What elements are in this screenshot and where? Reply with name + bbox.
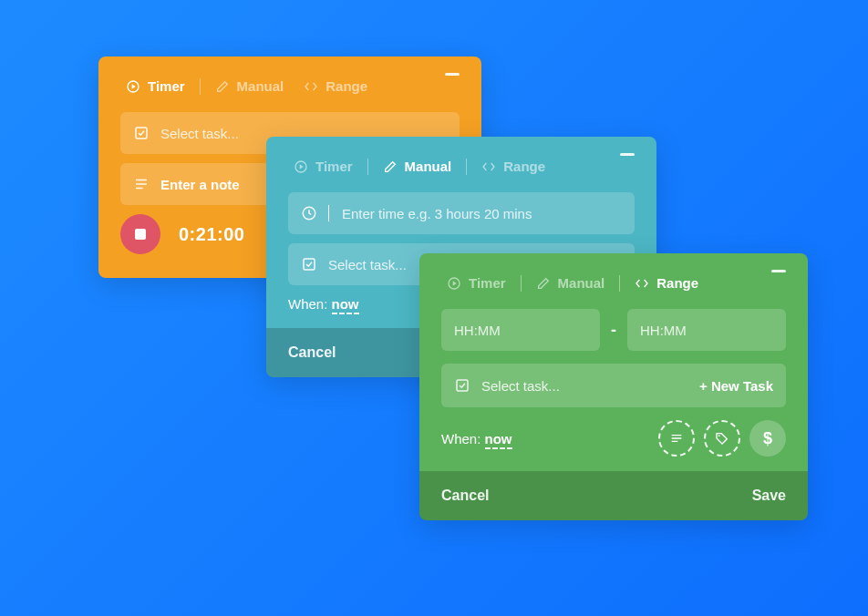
svg-rect-1 (136, 128, 147, 139)
svg-rect-4 (304, 259, 315, 270)
tab-separator (466, 159, 467, 175)
checklist-icon (301, 256, 317, 272)
action-icons: $ (658, 420, 786, 457)
range-dash: - (611, 321, 616, 340)
edit-icon (536, 276, 551, 291)
dollar-icon: $ (763, 429, 772, 448)
range-icon (481, 159, 496, 174)
checklist-icon (133, 125, 150, 141)
note-placeholder: Enter a note (160, 177, 240, 192)
play-circle-icon (126, 79, 140, 94)
tab-separator (200, 78, 201, 95)
save-button[interactable]: Save (752, 488, 786, 504)
when-value[interactable]: now (485, 431, 512, 449)
tab-manual[interactable]: Manual (377, 157, 458, 176)
tab-manual[interactable]: Manual (210, 77, 290, 96)
bottom-row: When: now $ (441, 420, 786, 457)
svg-rect-6 (457, 380, 468, 391)
tab-separator (367, 159, 368, 175)
tabs-row: Timer Manual Range (288, 157, 635, 176)
tag-icon (715, 431, 729, 446)
from-time-field[interactable]: HH:MM (441, 309, 600, 351)
tab-manual-label: Manual (237, 78, 284, 94)
tab-timer[interactable]: Timer (120, 77, 191, 96)
from-time-placeholder: HH:MM (454, 323, 501, 338)
tab-range-label: Range (503, 159, 545, 174)
elapsed-time: 0:21:00 (179, 224, 244, 245)
select-task-field[interactable]: Select task... + New Task (441, 364, 786, 407)
cancel-button[interactable]: Cancel (288, 344, 336, 361)
footer-bar: Cancel Save (419, 471, 808, 520)
tab-timer[interactable]: Timer (288, 157, 358, 176)
time-input-placeholder: Enter time e.g. 3 hours 20 mins (342, 206, 532, 221)
text-cursor (328, 205, 329, 221)
new-task-button[interactable]: + New Task (699, 378, 773, 394)
cancel-button[interactable]: Cancel (441, 488, 489, 504)
to-time-field[interactable]: HH:MM (627, 309, 786, 351)
tab-range[interactable]: Range (298, 77, 373, 96)
stop-button[interactable] (120, 214, 160, 254)
tab-range[interactable]: Range (476, 157, 551, 176)
checklist-icon (454, 377, 470, 394)
minimize-button[interactable] (445, 73, 460, 76)
range-icon (304, 79, 318, 94)
play-circle-icon (447, 276, 461, 291)
range-card: Timer Manual Range HH:MM - HH:MM Select … (419, 253, 808, 520)
tabs-row: Timer Manual Range (441, 273, 786, 293)
tab-timer-label: Timer (148, 78, 185, 94)
svg-point-7 (718, 435, 720, 436)
tabs-row: Timer Manual Range (120, 77, 460, 96)
tab-range-label: Range (656, 275, 698, 291)
time-input-field[interactable]: Enter time e.g. 3 hours 20 mins (288, 192, 635, 234)
select-task-placeholder: Select task... (160, 126, 239, 141)
play-circle-icon (294, 159, 308, 174)
when-label: When: (441, 431, 480, 447)
tab-separator (521, 275, 522, 292)
edit-icon (383, 159, 398, 174)
when-label: When: (288, 296, 327, 312)
tab-range[interactable]: Range (629, 273, 704, 293)
stop-icon (135, 229, 146, 240)
tab-manual[interactable]: Manual (531, 273, 611, 293)
note-lines-icon (133, 176, 150, 192)
tab-manual-label: Manual (558, 275, 605, 291)
tab-separator (619, 275, 620, 292)
when-row: When: now (441, 431, 512, 447)
tag-button[interactable] (704, 420, 740, 457)
tab-manual-label: Manual (405, 159, 452, 174)
billable-button[interactable]: $ (749, 420, 786, 457)
to-time-placeholder: HH:MM (640, 323, 687, 338)
when-value[interactable]: now (332, 296, 359, 314)
note-button[interactable] (658, 420, 695, 457)
range-icon (635, 276, 649, 291)
select-task-placeholder: Select task... (328, 257, 407, 272)
tab-timer[interactable]: Timer (441, 273, 512, 293)
edit-icon (215, 79, 230, 94)
select-task-placeholder: Select task... (481, 378, 560, 394)
minimize-button[interactable] (771, 270, 786, 272)
time-range-row: HH:MM - HH:MM (441, 309, 786, 351)
clock-icon (301, 205, 317, 221)
tab-range-label: Range (326, 78, 367, 94)
tab-timer-label: Timer (315, 159, 353, 174)
tab-timer-label: Timer (469, 275, 506, 291)
note-lines-icon (669, 431, 684, 446)
minimize-button[interactable] (620, 153, 635, 156)
